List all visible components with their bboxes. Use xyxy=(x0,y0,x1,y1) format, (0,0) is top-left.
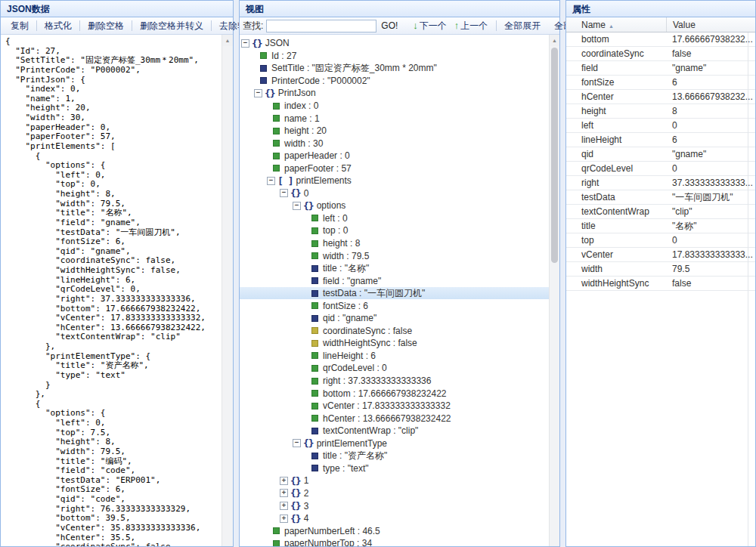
tree-node[interactable]: paperNumberLeft : 46.5 xyxy=(240,524,549,537)
collapse-icon[interactable]: − xyxy=(293,202,301,210)
tree-node[interactable]: index : 0 xyxy=(240,100,549,113)
property-row[interactable]: testData "一车间圆刀机" xyxy=(566,190,755,205)
tree-node[interactable]: paperHeader : 0 xyxy=(240,150,549,162)
tree-node[interactable]: +{}3 xyxy=(240,499,549,512)
tree-node[interactable]: −[ ]printElements xyxy=(240,175,549,187)
tree-node[interactable]: title : "资产名称" xyxy=(240,450,549,462)
property-row[interactable]: hCenter 13.666667938232... xyxy=(566,90,755,104)
tree-node-label: PrinterCode : "P000002" xyxy=(271,76,370,86)
left-toolbar-button-3[interactable]: 删除空格并转义 xyxy=(133,20,210,32)
column-header-name[interactable]: Name▲ xyxy=(566,20,666,30)
tree-node[interactable]: paperFooter : 57 xyxy=(240,162,549,175)
json-raw-text[interactable]: { "Id": 27, "SettTitle": "固定资产标签_30mm＊20… xyxy=(1,35,222,546)
expand-icon[interactable]: + xyxy=(280,502,288,510)
property-value: false xyxy=(666,277,755,290)
property-row[interactable]: right 37.333333333333... xyxy=(566,176,755,190)
expand-icon[interactable]: + xyxy=(280,515,288,523)
tree-node[interactable]: −{}options xyxy=(240,199,549,212)
str-value-icon xyxy=(311,453,318,459)
expand-all-button[interactable]: 全部展开 xyxy=(497,20,547,32)
scroll-up-icon[interactable]: ▲ xyxy=(222,35,233,46)
tree-node[interactable]: paperNumberTop : 34 xyxy=(240,537,549,546)
tree-node[interactable]: −{}printElementType xyxy=(240,437,549,450)
property-row[interactable]: field "gname" xyxy=(566,61,755,76)
property-row[interactable]: height 8 xyxy=(566,104,755,119)
tree-node[interactable]: +{}2 xyxy=(240,487,549,500)
tree-node[interactable]: height : 8 xyxy=(240,237,549,250)
tree-node[interactable]: field : "gname" xyxy=(240,274,549,287)
property-row[interactable]: vCenter 17.833333333333... xyxy=(566,248,755,262)
tree-node[interactable]: lineHeight : 6 xyxy=(240,350,549,363)
scroll-up-icon[interactable]: ▲ xyxy=(550,35,559,46)
indent-guide xyxy=(240,100,253,113)
next-button[interactable]: ↓下一个 xyxy=(413,20,447,32)
tree-node[interactable]: height : 20 xyxy=(240,125,549,138)
property-row[interactable]: bottom 17.666667938232... xyxy=(566,32,755,47)
tree-node[interactable]: PrinterCode : "P000002" xyxy=(240,75,549,88)
property-row[interactable]: left 0 xyxy=(566,119,755,133)
tree-node[interactable]: vCenter : 17.833333333333332 xyxy=(240,400,549,413)
tree-node[interactable]: width : 30 xyxy=(240,137,549,150)
column-header-value[interactable]: Value xyxy=(666,17,755,32)
tree-node[interactable]: +{}1 xyxy=(240,474,549,487)
prev-button[interactable]: ↑上一个 xyxy=(454,20,488,32)
tree-node[interactable]: bottom : 17.666667938232422 xyxy=(240,387,549,400)
property-row[interactable]: textContentWrap "clip" xyxy=(566,205,755,219)
tree-scrollbar[interactable]: ▲ xyxy=(549,35,559,546)
tree-node[interactable]: type : "text" xyxy=(240,462,549,475)
tree-node[interactable]: name : 1 xyxy=(240,112,549,125)
tree-node[interactable]: −{}0 xyxy=(240,187,549,200)
str-value-icon xyxy=(260,77,267,84)
property-row[interactable]: width 79.5 xyxy=(566,262,755,277)
tree-node[interactable]: −{}PrintJson xyxy=(240,87,549,100)
tree-node[interactable]: Id : 27 xyxy=(240,50,549,63)
tree-node-label: height : 20 xyxy=(284,125,327,136)
expand-icon[interactable]: + xyxy=(280,477,288,485)
left-toolbar-button-2[interactable]: 删除空格 xyxy=(81,20,131,32)
tree-node[interactable]: title : "名称" xyxy=(240,262,549,275)
collapse-icon[interactable]: − xyxy=(280,189,288,197)
tree-node[interactable]: qrCodeLevel : 0 xyxy=(240,362,549,375)
property-row[interactable]: title "名称" xyxy=(566,219,755,233)
object-icon: {} xyxy=(303,438,314,448)
indent-guide xyxy=(240,112,253,125)
tree-node[interactable]: qid : "gname" xyxy=(240,312,549,325)
search-input[interactable] xyxy=(266,20,376,32)
left-toolbar-button-0[interactable]: 复制 xyxy=(4,20,36,32)
property-row[interactable]: fontSize 6 xyxy=(566,76,755,90)
property-row[interactable]: top 0 xyxy=(566,233,755,248)
num-value-icon xyxy=(273,540,280,546)
tree-node[interactable]: textContentWrap : "clip" xyxy=(240,425,549,437)
tree-node[interactable]: width : 79.5 xyxy=(240,249,549,262)
object-icon: {} xyxy=(290,476,301,486)
go-button[interactable]: GO! xyxy=(381,20,398,31)
property-row[interactable]: widthHeightSync false xyxy=(566,277,755,291)
property-row[interactable]: qid "gname" xyxy=(566,147,755,162)
left-toolbar-button-1[interactable]: 格式化 xyxy=(38,20,79,32)
indent-guide xyxy=(265,425,278,437)
indent-guide xyxy=(240,249,253,262)
collapse-icon[interactable]: − xyxy=(267,177,275,185)
json-text-editor[interactable]: { "Id": 27, "SettTitle": "固定资产标签_30mm＊20… xyxy=(1,35,233,546)
scrollbar-thumb[interactable] xyxy=(551,48,558,263)
property-row[interactable]: qrCodeLevel 0 xyxy=(566,162,755,176)
tree-node[interactable]: testData : "一车间圆刀机" xyxy=(240,287,549,300)
property-row[interactable]: coordinateSync false xyxy=(566,47,755,61)
collapse-icon[interactable]: − xyxy=(254,89,262,97)
tree-node[interactable]: top : 0 xyxy=(240,224,549,237)
tree-node[interactable]: +{}4 xyxy=(240,512,549,525)
tree-node[interactable]: fontSize : 6 xyxy=(240,299,549,312)
property-value: 6 xyxy=(666,76,755,89)
tree-node[interactable]: widthHeightSync : false xyxy=(240,337,549,350)
property-row[interactable]: lineHeight 6 xyxy=(566,133,755,147)
tree-node[interactable]: SettTitle : "固定资产标签_30mm * 20mm" xyxy=(240,62,549,75)
tree-node[interactable]: coordinateSync : false xyxy=(240,325,549,338)
left-scrollbar[interactable]: ▲ xyxy=(222,35,233,546)
tree-node[interactable]: hCenter : 13.666667938232422 xyxy=(240,412,549,425)
expand-icon[interactable]: + xyxy=(280,489,288,497)
collapse-icon[interactable]: − xyxy=(293,439,301,447)
collapse-icon[interactable]: − xyxy=(241,39,249,48)
tree-node[interactable]: left : 0 xyxy=(240,212,549,225)
tree-node[interactable]: right : 37.33333333333336 xyxy=(240,375,549,388)
tree-node[interactable]: −{}JSON xyxy=(240,37,549,50)
